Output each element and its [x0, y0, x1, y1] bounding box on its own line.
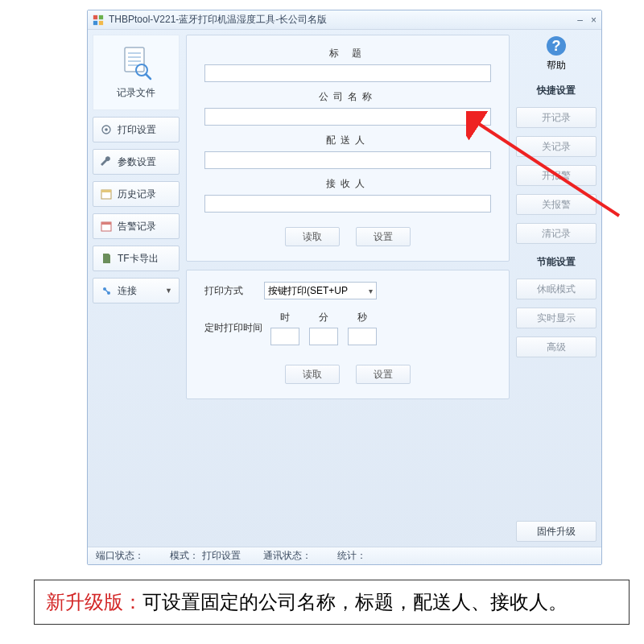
open-alarm-button[interactable]: 开报警 — [516, 165, 597, 186]
svg-rect-14 — [101, 190, 111, 192]
help-icon: ? — [545, 35, 568, 57]
realtime-button[interactable]: 实时显示 — [516, 308, 597, 328]
alarm-icon — [100, 220, 113, 233]
window-title: THBPtool-V221-蓝牙打印机温湿度工具-长公司名版 — [109, 13, 327, 27]
caption: 新升级版：可设置固定的公司名称，标题，配送人、接收人。 — [34, 580, 630, 625]
status-bar: 端口状态： 模式：打印设置 通讯状态： 统计： — [88, 547, 601, 564]
connect-label: 连接 — [118, 284, 137, 298]
svg-rect-1 — [99, 14, 103, 19]
svg-point-12 — [105, 128, 108, 131]
close-alarm-button[interactable]: 关报警 — [516, 194, 597, 215]
plug-icon — [100, 284, 113, 297]
svg-line-19 — [105, 290, 108, 292]
print-settings-group: 打印方式 按键打印(SET+UP ▾ 定时打印时间 时 分 — [186, 270, 510, 399]
log-file-label: 记录文件 — [117, 86, 155, 100]
advanced-button[interactable]: 高级 — [516, 336, 597, 357]
mode-label: 模式： — [170, 549, 199, 563]
client-area: 记录文件 打印设置 参数设置 历史记录 — [88, 30, 601, 547]
help-label: 帮助 — [547, 59, 566, 72]
calendar-icon — [100, 188, 113, 200]
title-label: 标 题 — [204, 47, 491, 60]
clear-log-button[interactable]: 清记录 — [516, 223, 597, 244]
right-sidebar: ? 帮助 快捷设置 开记录 关记录 开报警 关报警 清记录 节能设置 休眠模式 … — [516, 35, 597, 542]
svg-rect-2 — [93, 20, 97, 24]
center-panel: 标 题 公司名称 配送人 接收人 读取 设置 打印方式 按键打印(SET+UP — [186, 35, 510, 542]
print-settings-button[interactable]: 打印设置 — [93, 117, 180, 142]
svg-rect-4 — [125, 47, 144, 72]
chevron-down-icon: ▼ — [165, 287, 172, 295]
history-label: 历史记录 — [118, 188, 156, 201]
svg-rect-3 — [99, 20, 103, 24]
caption-highlight: 新升级版： — [46, 591, 142, 613]
quick-settings-title: 快捷设置 — [516, 84, 597, 97]
print-mode-select[interactable]: 按键打印(SET+UP ▾ — [264, 282, 377, 299]
port-status-label: 端口状态： — [96, 549, 144, 563]
comm-status-label: 通讯状态： — [263, 549, 312, 563]
document-search-icon — [120, 46, 152, 81]
second-input[interactable] — [348, 328, 377, 345]
svg-rect-16 — [101, 222, 111, 225]
wrench-icon — [100, 155, 113, 168]
read-button-2[interactable]: 读取 — [285, 365, 340, 384]
receiver-input[interactable] — [204, 195, 491, 213]
hour-input[interactable] — [270, 328, 299, 345]
set-button-1[interactable]: 设置 — [356, 227, 411, 246]
open-log-button[interactable]: 开记录 — [516, 107, 597, 128]
sleep-mode-button[interactable]: 休眠模式 — [516, 279, 597, 299]
close-log-button[interactable]: 关记录 — [516, 136, 597, 157]
caption-text: 可设置固定的公司名称，标题，配送人、接收人。 — [142, 591, 568, 613]
minimize-button[interactable]: – — [577, 14, 583, 26]
close-button[interactable]: × — [591, 14, 597, 26]
minute-unit: 分 — [319, 311, 328, 324]
svg-rect-0 — [93, 14, 97, 19]
tf-export-button[interactable]: TF卡导出 — [93, 246, 180, 271]
company-input[interactable] — [204, 108, 491, 126]
second-unit: 秒 — [357, 311, 367, 324]
left-sidebar: 记录文件 打印设置 参数设置 历史记录 — [93, 35, 180, 542]
print-settings-label: 打印设置 — [118, 123, 156, 137]
delivery-label: 配送人 — [204, 134, 491, 147]
alarm-log-button[interactable]: 告警记录 — [93, 213, 180, 239]
text-fields-group: 标 题 公司名称 配送人 接收人 读取 设置 — [186, 35, 510, 262]
company-label: 公司名称 — [204, 90, 491, 104]
svg-line-10 — [146, 74, 151, 79]
print-mode-label: 打印方式 — [204, 284, 256, 298]
chevron-down-icon: ▾ — [369, 287, 373, 295]
title-input[interactable] — [204, 64, 491, 82]
delivery-input[interactable] — [204, 151, 491, 169]
firmware-upgrade-button[interactable]: 固件升级 — [516, 521, 597, 542]
mode-value: 打印设置 — [202, 549, 241, 563]
history-button[interactable]: 历史记录 — [93, 181, 180, 207]
sd-card-icon — [100, 252, 113, 265]
receiver-label: 接收人 — [204, 177, 491, 191]
set-button-2[interactable]: 设置 — [356, 365, 411, 384]
hour-unit: 时 — [280, 311, 290, 324]
svg-text:?: ? — [552, 38, 561, 54]
stats-label: 统计： — [337, 549, 366, 563]
param-settings-label: 参数设置 — [118, 155, 156, 169]
app-window: THBPtool-V221-蓝牙打印机温湿度工具-长公司名版 – × — [87, 10, 602, 565]
read-button-1[interactable]: 读取 — [285, 227, 340, 246]
energy-settings-title: 节能设置 — [516, 255, 597, 269]
tf-export-label: TF卡导出 — [118, 252, 159, 266]
timer-label: 定时打印时间 — [204, 321, 262, 335]
log-file-tool[interactable]: 记录文件 — [93, 35, 180, 110]
gear-icon — [100, 123, 113, 136]
help-button[interactable]: ? 帮助 — [516, 35, 597, 72]
print-mode-value: 按键打印(SET+UP — [268, 284, 348, 298]
app-icon — [93, 14, 104, 26]
connect-button[interactable]: 连接 ▼ — [93, 278, 180, 303]
param-settings-button[interactable]: 参数设置 — [93, 149, 180, 175]
alarm-log-label: 告警记录 — [118, 220, 156, 233]
titlebar: THBPtool-V221-蓝牙打印机温湿度工具-长公司名版 – × — [88, 10, 601, 30]
minute-input[interactable] — [309, 328, 338, 345]
